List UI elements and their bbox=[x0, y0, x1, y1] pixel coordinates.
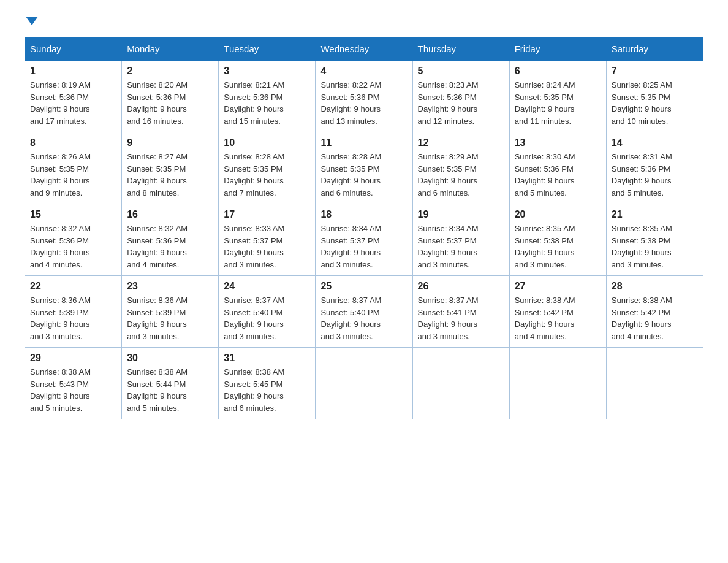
calendar-cell: 18 Sunrise: 8:34 AMSunset: 5:37 PMDaylig… bbox=[316, 204, 412, 276]
day-info: Sunrise: 8:34 AMSunset: 5:37 PMDaylight:… bbox=[418, 224, 479, 269]
calendar-cell: 2 Sunrise: 8:20 AMSunset: 5:36 PMDayligh… bbox=[122, 61, 219, 132]
calendar-cell: 3 Sunrise: 8:21 AMSunset: 5:36 PMDayligh… bbox=[219, 61, 316, 132]
day-info: Sunrise: 8:22 AMSunset: 5:36 PMDaylight:… bbox=[320, 80, 381, 126]
day-number: 4 bbox=[320, 66, 407, 77]
day-info: Sunrise: 8:19 AMSunset: 5:36 PMDaylight:… bbox=[30, 80, 91, 126]
day-number: 19 bbox=[418, 209, 504, 220]
day-number: 13 bbox=[515, 137, 601, 148]
calendar-cell: 19 Sunrise: 8:34 AMSunset: 5:37 PMDaylig… bbox=[412, 204, 509, 276]
day-number: 22 bbox=[30, 281, 116, 292]
day-number: 21 bbox=[612, 209, 698, 220]
day-info: Sunrise: 8:26 AMSunset: 5:35 PMDaylight:… bbox=[30, 152, 91, 197]
calendar-cell: 10 Sunrise: 8:28 AMSunset: 5:35 PMDaylig… bbox=[219, 132, 316, 204]
day-info: Sunrise: 8:37 AMSunset: 5:40 PMDaylight:… bbox=[320, 296, 381, 341]
calendar-cell: 20 Sunrise: 8:35 AMSunset: 5:38 PMDaylig… bbox=[509, 204, 606, 276]
day-info: Sunrise: 8:32 AMSunset: 5:36 PMDaylight:… bbox=[30, 224, 91, 269]
calendar-cell bbox=[316, 348, 412, 419]
day-number: 12 bbox=[418, 137, 504, 148]
calendar-cell: 23 Sunrise: 8:36 AMSunset: 5:39 PMDaylig… bbox=[122, 276, 219, 348]
day-info: Sunrise: 8:37 AMSunset: 5:41 PMDaylight:… bbox=[418, 296, 479, 341]
calendar-header-row: SundayMondayTuesdayWednesdayThursdayFrid… bbox=[25, 37, 703, 61]
day-number: 18 bbox=[320, 209, 407, 220]
calendar-week-row: 22 Sunrise: 8:36 AMSunset: 5:39 PMDaylig… bbox=[25, 276, 703, 348]
day-number: 14 bbox=[612, 137, 698, 148]
day-number: 17 bbox=[224, 209, 310, 220]
calendar-cell: 15 Sunrise: 8:32 AMSunset: 5:36 PMDaylig… bbox=[25, 204, 122, 276]
day-number: 25 bbox=[320, 281, 407, 292]
calendar-cell: 21 Sunrise: 8:35 AMSunset: 5:38 PMDaylig… bbox=[606, 204, 703, 276]
calendar-cell bbox=[606, 348, 703, 419]
day-info: Sunrise: 8:23 AMSunset: 5:36 PMDaylight:… bbox=[418, 80, 479, 126]
day-number: 23 bbox=[127, 281, 213, 292]
day-number: 9 bbox=[127, 137, 213, 148]
day-info: Sunrise: 8:20 AMSunset: 5:36 PMDaylight:… bbox=[127, 80, 188, 126]
calendar-cell: 9 Sunrise: 8:27 AMSunset: 5:35 PMDayligh… bbox=[122, 132, 219, 204]
day-number: 31 bbox=[224, 353, 310, 364]
day-info: Sunrise: 8:28 AMSunset: 5:35 PMDaylight:… bbox=[320, 152, 381, 197]
calendar-cell bbox=[509, 348, 606, 419]
calendar-cell bbox=[412, 348, 509, 419]
column-header-friday: Friday bbox=[509, 37, 606, 61]
day-number: 5 bbox=[418, 66, 504, 77]
column-header-sunday: Sunday bbox=[25, 37, 122, 61]
day-number: 10 bbox=[224, 137, 310, 148]
calendar-cell: 6 Sunrise: 8:24 AMSunset: 5:35 PMDayligh… bbox=[509, 61, 606, 132]
calendar-cell: 11 Sunrise: 8:28 AMSunset: 5:35 PMDaylig… bbox=[316, 132, 412, 204]
column-header-tuesday: Tuesday bbox=[219, 37, 316, 61]
calendar-cell: 24 Sunrise: 8:37 AMSunset: 5:40 PMDaylig… bbox=[219, 276, 316, 348]
day-number: 11 bbox=[320, 137, 407, 148]
column-header-monday: Monday bbox=[122, 37, 219, 61]
day-info: Sunrise: 8:31 AMSunset: 5:36 PMDaylight:… bbox=[612, 152, 672, 197]
day-number: 8 bbox=[30, 137, 116, 148]
calendar-cell: 13 Sunrise: 8:30 AMSunset: 5:36 PMDaylig… bbox=[509, 132, 606, 204]
calendar-cell: 16 Sunrise: 8:32 AMSunset: 5:36 PMDaylig… bbox=[122, 204, 219, 276]
day-info: Sunrise: 8:37 AMSunset: 5:40 PMDaylight:… bbox=[224, 296, 284, 341]
calendar-cell: 8 Sunrise: 8:26 AMSunset: 5:35 PMDayligh… bbox=[25, 132, 122, 204]
calendar-cell: 30 Sunrise: 8:38 AMSunset: 5:44 PMDaylig… bbox=[122, 348, 219, 419]
calendar-cell: 7 Sunrise: 8:25 AMSunset: 5:35 PMDayligh… bbox=[606, 61, 703, 132]
calendar-cell: 14 Sunrise: 8:31 AMSunset: 5:36 PMDaylig… bbox=[606, 132, 703, 204]
day-number: 28 bbox=[612, 281, 698, 292]
day-number: 6 bbox=[515, 66, 601, 77]
calendar-cell: 22 Sunrise: 8:36 AMSunset: 5:39 PMDaylig… bbox=[25, 276, 122, 348]
day-info: Sunrise: 8:35 AMSunset: 5:38 PMDaylight:… bbox=[612, 224, 672, 269]
day-number: 26 bbox=[418, 281, 504, 292]
day-number: 2 bbox=[127, 66, 213, 77]
calendar-cell: 1 Sunrise: 8:19 AMSunset: 5:36 PMDayligh… bbox=[25, 61, 122, 132]
day-info: Sunrise: 8:32 AMSunset: 5:36 PMDaylight:… bbox=[127, 224, 188, 269]
day-info: Sunrise: 8:34 AMSunset: 5:37 PMDaylight:… bbox=[320, 224, 381, 269]
logo bbox=[25, 18, 38, 25]
day-info: Sunrise: 8:38 AMSunset: 5:44 PMDaylight:… bbox=[127, 367, 188, 413]
calendar-cell: 12 Sunrise: 8:29 AMSunset: 5:35 PMDaylig… bbox=[412, 132, 509, 204]
day-info: Sunrise: 8:21 AMSunset: 5:36 PMDaylight:… bbox=[224, 80, 284, 126]
day-info: Sunrise: 8:27 AMSunset: 5:35 PMDaylight:… bbox=[127, 152, 188, 197]
calendar-cell: 25 Sunrise: 8:37 AMSunset: 5:40 PMDaylig… bbox=[316, 276, 412, 348]
day-info: Sunrise: 8:28 AMSunset: 5:35 PMDaylight:… bbox=[224, 152, 284, 197]
day-number: 7 bbox=[612, 66, 698, 77]
day-number: 27 bbox=[515, 281, 601, 292]
calendar-table: SundayMondayTuesdayWednesdayThursdayFrid… bbox=[25, 37, 703, 419]
day-info: Sunrise: 8:30 AMSunset: 5:36 PMDaylight:… bbox=[515, 152, 575, 197]
page-header bbox=[25, 18, 703, 25]
day-number: 29 bbox=[30, 353, 116, 364]
calendar-cell: 26 Sunrise: 8:37 AMSunset: 5:41 PMDaylig… bbox=[412, 276, 509, 348]
day-info: Sunrise: 8:38 AMSunset: 5:42 PMDaylight:… bbox=[515, 296, 575, 341]
day-number: 3 bbox=[224, 66, 310, 77]
day-info: Sunrise: 8:33 AMSunset: 5:37 PMDaylight:… bbox=[224, 224, 284, 269]
calendar-cell: 5 Sunrise: 8:23 AMSunset: 5:36 PMDayligh… bbox=[412, 61, 509, 132]
day-info: Sunrise: 8:38 AMSunset: 5:42 PMDaylight:… bbox=[612, 296, 672, 341]
day-number: 15 bbox=[30, 209, 116, 220]
calendar-cell: 28 Sunrise: 8:38 AMSunset: 5:42 PMDaylig… bbox=[606, 276, 703, 348]
column-header-saturday: Saturday bbox=[606, 37, 703, 61]
calendar-week-row: 15 Sunrise: 8:32 AMSunset: 5:36 PMDaylig… bbox=[25, 204, 703, 276]
calendar-cell: 29 Sunrise: 8:38 AMSunset: 5:43 PMDaylig… bbox=[25, 348, 122, 419]
calendar-week-row: 29 Sunrise: 8:38 AMSunset: 5:43 PMDaylig… bbox=[25, 348, 703, 419]
calendar-week-row: 1 Sunrise: 8:19 AMSunset: 5:36 PMDayligh… bbox=[25, 61, 703, 132]
day-info: Sunrise: 8:36 AMSunset: 5:39 PMDaylight:… bbox=[127, 296, 188, 341]
column-header-thursday: Thursday bbox=[412, 37, 509, 61]
day-number: 20 bbox=[515, 209, 601, 220]
day-number: 30 bbox=[127, 353, 213, 364]
calendar-cell: 31 Sunrise: 8:38 AMSunset: 5:45 PMDaylig… bbox=[219, 348, 316, 419]
calendar-cell: 4 Sunrise: 8:22 AMSunset: 5:36 PMDayligh… bbox=[316, 61, 412, 132]
day-info: Sunrise: 8:29 AMSunset: 5:35 PMDaylight:… bbox=[418, 152, 479, 197]
